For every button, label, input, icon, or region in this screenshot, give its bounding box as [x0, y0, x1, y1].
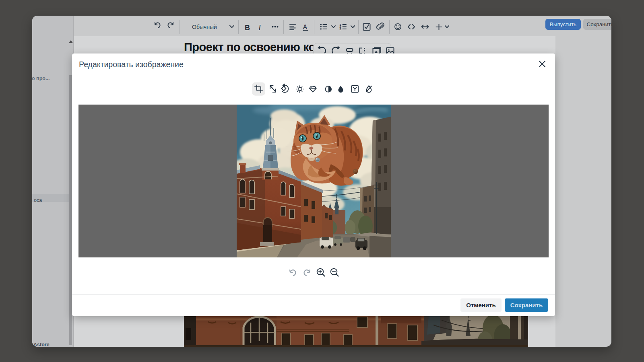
svg-text:A: A	[303, 24, 308, 31]
svg-text:B: B	[245, 24, 250, 32]
svg-text:3: 3	[340, 28, 341, 31]
svg-text:Обычный: Обычный	[192, 24, 217, 30]
svg-text:I: I	[258, 24, 261, 32]
